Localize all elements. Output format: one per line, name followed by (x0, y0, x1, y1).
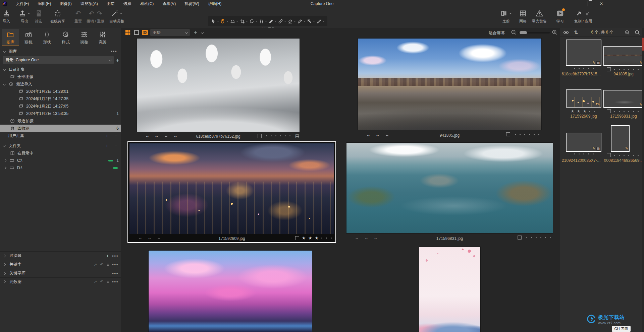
copy-apply-button[interactable]: 复制 / 应用 (574, 9, 592, 24)
tree-import-session-4[interactable]: 2024年1月2日 13:53:35 1 (0, 110, 121, 117)
photo-941805[interactable] (358, 38, 542, 130)
tree-trash[interactable]: 回收箱 6 (0, 125, 121, 132)
ime-language-badge[interactable]: CH 刀简 (612, 326, 631, 332)
tree-import-session-1[interactable]: 2024年1月2日 14:28:01 (0, 88, 121, 95)
search-icon[interactable] (634, 29, 640, 36)
tab-styles[interactable]: 样式 (57, 29, 74, 46)
tree-drive-c[interactable]: C:\ 1 (0, 157, 121, 164)
rotate-tool[interactable] (249, 18, 257, 24)
photo-171596831[interactable] (346, 142, 553, 234)
add-collection-button[interactable]: + (106, 133, 108, 138)
draw-mask-tool[interactable] (268, 18, 277, 24)
select-checkbox[interactable] (607, 67, 611, 71)
tree-folders-header[interactable]: 文件夹 + − (0, 142, 121, 149)
menu-view[interactable]: 查看(V) (158, 0, 180, 7)
before-after-button[interactable]: 之前 (500, 9, 512, 24)
menu-file[interactable]: 文件(F) (11, 0, 33, 7)
add-filter-button[interactable]: + (106, 253, 109, 259)
rating-row[interactable] (603, 109, 644, 113)
close-button[interactable]: ✕ (598, 1, 604, 6)
menu-window[interactable]: 视窗(W) (180, 0, 203, 7)
filmstrip-thumb-171596831[interactable]: ✎ (603, 90, 644, 108)
tab-refine[interactable]: 完善 (94, 29, 111, 46)
keyword-library-section[interactable]: 关键字库 ●●● (0, 269, 121, 277)
menu-layers[interactable]: 图层 (102, 0, 119, 7)
filter-button[interactable]: 筛选 (35, 9, 42, 24)
add-catalog-button[interactable]: + (116, 57, 119, 63)
menu-edit[interactable]: 编辑(E) (33, 0, 55, 7)
erase-tool[interactable] (287, 18, 296, 24)
photo-blossom-illustration[interactable] (419, 247, 481, 332)
add-folder-button[interactable]: + (106, 143, 108, 148)
presets-menu-icon[interactable]: ≡ (107, 279, 109, 284)
rating-row[interactable] (603, 153, 644, 157)
select-checkbox[interactable] (506, 132, 510, 136)
note-icon[interactable]: ▤ (295, 133, 299, 138)
more-options-icon[interactable]: ●●● (111, 50, 117, 53)
maximize-button[interactable] (585, 1, 591, 6)
scrollbar-thumb[interactable] (642, 38, 644, 51)
tab-shapes[interactable]: 形状 (39, 29, 55, 46)
more-options-icon[interactable]: ●●● (112, 254, 118, 258)
menu-camera[interactable]: 相机(C) (136, 0, 158, 7)
reset-icon[interactable]: ↶ (100, 279, 104, 284)
auto-adjust-button[interactable]: 自动调整 (109, 9, 124, 24)
remove-folder-button[interactable]: − (114, 143, 117, 148)
remove-collection-button[interactable]: − (114, 133, 117, 138)
tree-all-images[interactable]: 全部图像 (0, 73, 121, 80)
rating-row[interactable] (603, 67, 644, 71)
straighten-tool[interactable] (259, 18, 267, 24)
online-share-button[interactable]: 在线共享 (50, 9, 65, 24)
loupe-tool[interactable] (230, 18, 238, 24)
viewer-view-button[interactable] (133, 29, 140, 36)
tree-import-session-3[interactable]: 2024年1月2日 14:27:05 (0, 103, 121, 110)
rating-row[interactable]: ★ ★ ★ (566, 109, 601, 114)
filmstrip-scrollbar[interactable] (642, 28, 644, 332)
photo-618ce8b3797b76152[interactable] (137, 38, 300, 132)
export-button[interactable]: 导出 (19, 9, 30, 24)
zoom-slider-handle[interactable] (520, 31, 527, 34)
zoom-out-icon[interactable] (511, 29, 517, 36)
reset-button[interactable]: ↶ 重置 (74, 9, 82, 24)
annotate-pen-tool[interactable] (316, 18, 325, 24)
zoom-in-icon[interactable] (551, 29, 558, 36)
reset-icon[interactable]: ↶ (100, 262, 104, 267)
sync-icon[interactable]: ↗ (94, 262, 97, 267)
heal-tool[interactable] (278, 18, 286, 24)
tab-adjust[interactable]: 调整 (76, 29, 93, 46)
tab-capture[interactable]: 联机 (20, 29, 37, 46)
tree-in-catalog[interactable]: 在目录中 (0, 149, 121, 157)
tree-user-collections[interactable]: 用户汇集 + − (0, 132, 121, 139)
presets-menu-icon[interactable]: ≡ (107, 262, 109, 267)
filmstrip-thumb-618ce8b3797b7615[interactable]: ✎▤ (566, 40, 601, 66)
select-tool[interactable] (211, 18, 219, 24)
tree-recent-imports[interactable]: 最近导入 (0, 80, 121, 88)
select-checkbox[interactable] (607, 109, 611, 113)
photo-sunset-sky[interactable] (148, 250, 312, 332)
apply-arrow-tool[interactable] (307, 18, 315, 24)
grid-view-button[interactable] (125, 29, 131, 36)
exposure-warning-button[interactable]: 曝光警告 (532, 9, 547, 24)
pen-tool[interactable] (297, 18, 306, 24)
filmstrip-thumb-171592609[interactable]: ✎ (566, 89, 601, 108)
tree-import-session-2[interactable]: 2024年1月2日 14:27:35 (0, 95, 121, 103)
metadata-section[interactable]: 元数据 ↗ ↶ ≡ ●●● (0, 277, 121, 286)
menu-select[interactable]: 选择 (119, 0, 136, 7)
menu-help[interactable]: 帮助(H) (204, 0, 226, 7)
filmstrip-thumb-0008118446926569[interactable]: ✎ (611, 125, 630, 152)
undo-redo-button[interactable]: ↶ ↷ 撤销 / 重做 (87, 9, 104, 24)
crop-tool[interactable] (239, 18, 248, 24)
add-layer-button[interactable]: + (194, 29, 197, 36)
library-section-header[interactable]: 图库 ●●● (0, 48, 121, 55)
tree-catalog-collections[interactable]: 目录汇集 (0, 66, 121, 73)
zoom-fit-label[interactable]: 适合屏幕 (489, 30, 505, 36)
grid-button[interactable]: 网格 (519, 9, 527, 24)
import-button[interactable]: 导入 (3, 9, 10, 24)
tree-drive-d[interactable]: D:\ (0, 164, 121, 172)
rating-row[interactable] (566, 153, 601, 154)
more-options-icon[interactable]: ●●● (112, 263, 118, 266)
more-options-icon[interactable]: ●●● (112, 280, 118, 283)
zoom-slider[interactable] (518, 32, 550, 34)
star-rating[interactable]: ★ ★ ★ (302, 236, 319, 241)
minimize-button[interactable]: – (572, 1, 578, 6)
